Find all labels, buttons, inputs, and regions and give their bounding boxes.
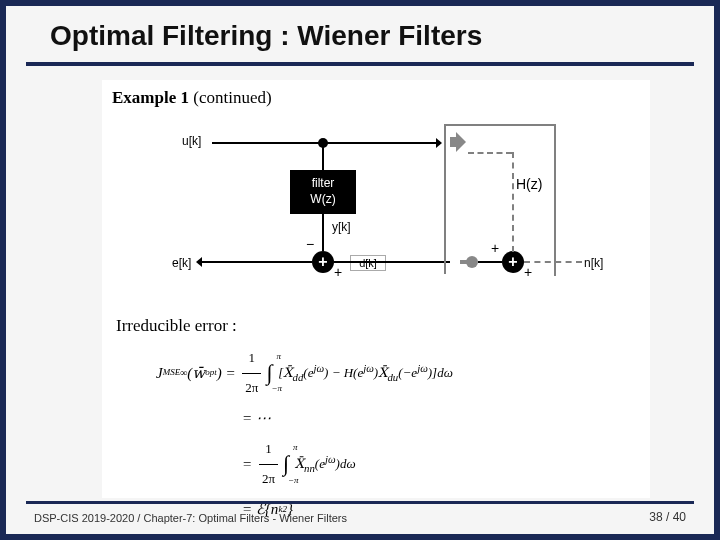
room-outline-left (444, 124, 446, 274)
irreducible-label: Irreducible error : (116, 316, 640, 336)
filter-box: filter W(z) (290, 170, 356, 214)
line-filter-out (322, 214, 324, 251)
line-between-sums (334, 261, 450, 263)
label-H: H(z) (516, 176, 542, 192)
footer-line (26, 501, 694, 504)
sign-minus: − (306, 236, 314, 252)
acoustic-path-top (468, 152, 512, 154)
label-d: d[k] (350, 255, 386, 271)
footer-left: DSP-CIS 2019-2020 / Chapter-7: Optimal F… (34, 512, 347, 524)
sign-plus-left: + (334, 264, 342, 280)
label-u: u[k] (182, 134, 201, 148)
equation-line-3: = 12π ∫π−π X̄nn(ejω)dω (242, 435, 640, 493)
equation-block: JMSE∞(w̄opt) = 12π ∫π−π [X̄dd(ejω) − H(e… (156, 344, 640, 526)
line-to-filter (322, 142, 324, 170)
example-heading: Example 1 (continued) (112, 88, 640, 108)
block-diagram: u[k] filter W(z) y[k] − + e[k] + (122, 116, 640, 306)
label-n: n[k] (584, 256, 603, 270)
label-y: y[k] (332, 220, 351, 234)
slide-title: Optimal Filtering : Wiener Filters (6, 6, 714, 62)
label-e: e[k] (172, 256, 191, 270)
footer-page: 38 / 40 (649, 510, 686, 524)
speaker-icon (450, 132, 464, 152)
content-area: Example 1 (continued) u[k] filter W(z) y… (102, 80, 650, 498)
sum-left: + (312, 251, 334, 273)
title-underline (26, 62, 694, 66)
line-e (202, 261, 312, 263)
equation-line-2: = ⋯ (242, 402, 640, 435)
acoustic-path (512, 152, 514, 252)
equation-line-1: JMSE∞(w̄opt) = 12π ∫π−π [X̄dd(ejω) − H(e… (156, 344, 640, 402)
